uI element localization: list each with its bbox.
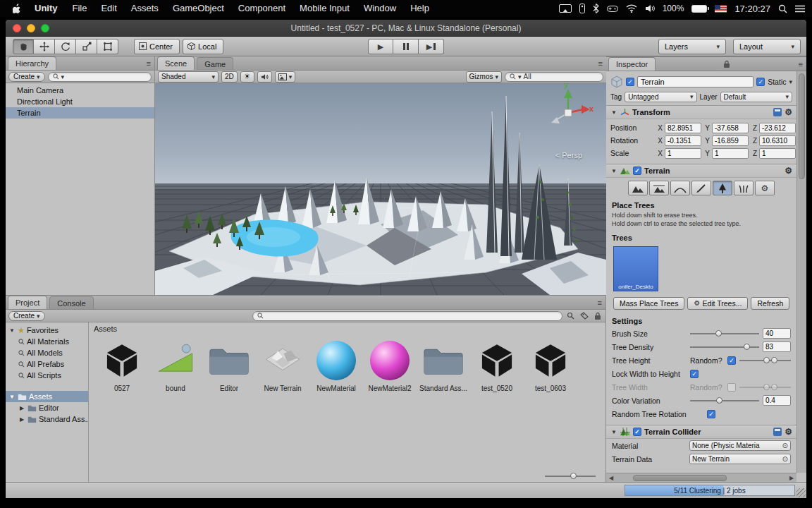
asset-zoom-slider[interactable] <box>545 473 596 480</box>
lock-width-checkbox[interactable]: ✓ <box>690 370 699 378</box>
inspector-vertical-scrollbar[interactable] <box>796 71 806 473</box>
tree-height-random-checkbox[interactable]: ✓ <box>727 356 736 365</box>
remote-icon[interactable] <box>579 4 585 13</box>
project-search-input[interactable] <box>252 311 562 321</box>
volume-icon[interactable] <box>645 4 655 13</box>
scale-y-input[interactable] <box>712 148 749 159</box>
rect-tool-button[interactable] <box>97 39 118 54</box>
bluetooth-icon[interactable] <box>593 4 599 13</box>
tab-hierarchy[interactable]: Hierarchy <box>8 56 56 70</box>
minimize-window-button[interactable] <box>27 24 35 32</box>
scroll-right-arrow[interactable]: ▶ <box>787 475 796 481</box>
asset-editor-folder[interactable]: Editor <box>202 338 256 392</box>
gear-icon[interactable]: ⚙ <box>785 167 792 175</box>
effects-dropdown[interactable]: ▾ <box>275 71 296 83</box>
menu-gameobject[interactable]: GameObject <box>166 0 230 17</box>
transform-component-header[interactable]: ▼ Transform ⚙ <box>606 105 796 119</box>
hierarchy-item-terrain[interactable]: Terrain <box>6 107 154 119</box>
audio-toggle-button[interactable] <box>257 71 272 83</box>
menu-assets[interactable]: Assets <box>125 0 165 17</box>
pivot-local-button[interactable]: Local <box>183 39 223 54</box>
play-button[interactable]: ▶ <box>368 39 393 54</box>
terrain-collider-header[interactable]: ▼ ✓ Terrain Collider ⚙ <box>606 425 796 439</box>
gear-icon[interactable]: ⚙ <box>785 108 792 116</box>
asset-test-0603[interactable]: test_0603 <box>524 338 577 392</box>
resize-grip[interactable] <box>796 488 806 497</box>
scroll-left-arrow[interactable]: ◀ <box>606 475 616 481</box>
asset-0527[interactable]: 0527 <box>95 338 149 392</box>
object-picker-icon[interactable]: ⊙ <box>782 455 788 463</box>
panel-menu-icon[interactable]: ≡ <box>598 298 602 307</box>
paint-texture-tool[interactable] <box>691 181 711 195</box>
edit-trees-button[interactable]: ⚙ Edit Trees... <box>687 297 748 310</box>
lock-icon[interactable] <box>723 60 730 68</box>
draw-mode-dropdown[interactable]: Shaded ▾ <box>158 71 219 83</box>
hand-tool-button[interactable] <box>13 39 34 54</box>
favorite-all-scripts[interactable]: All Scripts <box>6 370 88 381</box>
position-x-input[interactable] <box>665 123 701 133</box>
mass-place-trees-button[interactable]: Mass Place Trees <box>613 297 684 310</box>
inspector-horizontal-scrollbar[interactable]: ◀ ▶ <box>606 473 796 482</box>
paint-height-tool[interactable] <box>649 181 669 195</box>
tab-console[interactable]: Console <box>49 296 93 309</box>
tree-item-standard-assets[interactable]: ▶ Standard Ass... <box>6 413 88 425</box>
tree-density-value[interactable] <box>763 341 791 352</box>
us-flag-icon[interactable] <box>715 5 727 13</box>
menu-file[interactable]: File <box>66 0 94 17</box>
tree-prototype-thumbnail[interactable]: onifer_Deskto <box>613 246 658 291</box>
scrollbar-thumb[interactable] <box>799 73 805 179</box>
zoom-window-button[interactable] <box>41 24 49 32</box>
battery-icon[interactable] <box>691 5 707 13</box>
pause-button[interactable] <box>393 39 419 54</box>
lock-icon[interactable] <box>593 312 603 320</box>
favorite-all-models[interactable]: All Models <box>6 347 88 358</box>
position-y-input[interactable] <box>712 123 749 133</box>
menu-component[interactable]: Component <box>232 0 292 17</box>
notification-center-icon[interactable] <box>795 5 805 13</box>
tree-item-assets[interactable]: ▼ Assets <box>6 391 88 402</box>
move-tool-button[interactable] <box>34 39 55 54</box>
gear-icon[interactable]: ⚙ <box>785 428 792 436</box>
tab-inspector[interactable]: Inspector <box>608 57 656 71</box>
place-trees-tool[interactable] <box>713 181 732 195</box>
close-window-button[interactable] <box>13 24 21 32</box>
layers-dropdown[interactable]: Layers ▾ <box>658 39 726 54</box>
scene-viewport[interactable]: y x < Persp <box>155 83 606 295</box>
perspective-mode-label[interactable]: < Persp <box>555 151 582 159</box>
favorite-all-materials[interactable]: All Materials <box>6 336 88 347</box>
brush-size-value[interactable] <box>763 328 791 339</box>
scene-search-input[interactable]: ▾ All <box>505 72 603 82</box>
step-button[interactable]: ▶ <box>419 39 444 54</box>
asset-newmaterial[interactable]: NewMaterial <box>309 338 363 392</box>
controller-icon[interactable] <box>607 5 618 13</box>
scene-orientation-gizmo[interactable]: y x <box>543 86 593 137</box>
gizmo-x-label[interactable]: x <box>589 104 593 113</box>
favorites-root[interactable]: ▼ ★ Favorites <box>6 325 88 336</box>
tag-dropdown[interactable]: Untagged ▾ <box>625 92 696 102</box>
menu-app-name[interactable]: Unity <box>27 0 65 17</box>
hierarchy-create-button[interactable]: Create ▾ <box>8 72 45 82</box>
scrollbar-thumb[interactable] <box>633 475 727 481</box>
layout-dropdown[interactable]: Layout ▾ <box>733 39 801 54</box>
paint-details-tool[interactable] <box>734 181 753 195</box>
spotlight-icon[interactable] <box>778 4 787 13</box>
asset-new-terrain[interactable]: New Terrain <box>256 338 309 392</box>
color-variation-slider[interactable] <box>690 396 759 406</box>
tree-density-slider[interactable] <box>690 342 759 352</box>
display-mirroring-icon[interactable] <box>559 4 572 13</box>
project-create-button[interactable]: Create ▾ <box>8 311 45 321</box>
apple-icon[interactable] <box>8 4 26 14</box>
hierarchy-item-main-camera[interactable]: Main Camera <box>6 85 154 96</box>
scale-z-input[interactable] <box>759 148 796 159</box>
collider-enabled-checkbox[interactable]: ✓ <box>633 428 641 436</box>
window-titlebar[interactable]: Untitled - test_0527 - PC, Mac & Linux S… <box>6 20 806 37</box>
rotation-z-input[interactable] <box>759 135 796 146</box>
scale-tool-button[interactable] <box>76 39 97 54</box>
color-variation-value[interactable] <box>763 395 791 406</box>
object-picker-icon[interactable]: ⊙ <box>782 442 788 449</box>
tab-scene[interactable]: Scene <box>157 56 195 70</box>
asset-test-0520[interactable]: test_0520 <box>470 338 524 392</box>
tab-project[interactable]: Project <box>8 296 47 309</box>
search-by-type-icon[interactable] <box>565 312 576 320</box>
refresh-button[interactable]: Refresh <box>751 297 789 310</box>
